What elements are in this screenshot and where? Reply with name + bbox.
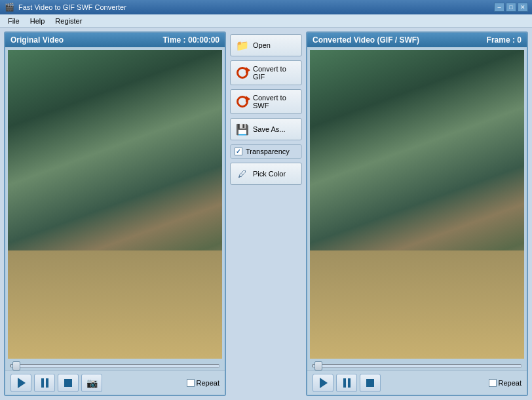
original-video-header: Original Video Time : 00:00:00 — [5, 33, 225, 47]
convert-gif-label: Convert to GIF — [253, 65, 296, 81]
converted-video-inner: Repeat — [307, 47, 527, 395]
play-icon — [18, 378, 26, 388]
window-controls: – □ ✕ — [494, 3, 528, 12]
converted-slider-container — [307, 361, 527, 370]
original-video-area[interactable] — [8, 50, 222, 359]
original-video-time: Time : 00:00:00 — [162, 35, 219, 45]
converted-play-button[interactable] — [313, 374, 333, 392]
original-video-panel: Original Video Time : 00:00:00 — [4, 31, 226, 396]
pause-bar-1 — [41, 378, 44, 388]
title-bar: 🎬 Fast Video to GIF SWF Converter – □ ✕ — [0, 0, 532, 14]
converted-video-area[interactable] — [310, 50, 524, 359]
transparency-checkbox[interactable] — [235, 148, 242, 155]
open-label: Open — [253, 41, 271, 49]
converted-seek-slider[interactable] — [313, 364, 522, 368]
camera-icon: 📷 — [86, 378, 98, 388]
close-button[interactable]: ✕ — [518, 3, 528, 12]
original-controls: 📷 Repeat — [5, 370, 225, 395]
menu-bar: File Help Register — [0, 14, 532, 28]
open-button[interactable]: 📁 Open — [230, 34, 302, 56]
convert-gif-icon — [236, 66, 249, 79]
original-video-title: Original Video — [10, 35, 64, 45]
original-screenshot-button[interactable]: 📷 — [81, 374, 102, 392]
converted-controls: Repeat — [307, 370, 527, 395]
stop-icon-right — [366, 379, 374, 387]
converted-video-title: Converted Video (GIF / SWF) — [313, 35, 419, 45]
converted-repeat-checkbox[interactable] — [489, 379, 497, 387]
converted-video-header: Converted Video (GIF / SWF) Frame : 0 — [307, 33, 527, 47]
folder-icon: 📁 — [236, 39, 249, 52]
converted-repeat-check[interactable]: Repeat — [489, 379, 522, 387]
original-play-button[interactable] — [10, 374, 31, 392]
menu-file[interactable]: File — [3, 16, 25, 26]
save-as-button[interactable]: 💾 Save As... — [230, 118, 302, 140]
original-slider-container — [5, 361, 225, 370]
stop-icon — [64, 379, 72, 387]
convert-gif-button[interactable]: Convert to GIF — [230, 60, 302, 85]
pause-bar-2 — [46, 378, 48, 388]
original-stop-button[interactable] — [58, 374, 79, 392]
eyedropper-icon: 🖊 — [236, 167, 249, 180]
save-as-label: Save As... — [253, 125, 286, 133]
original-seek-slider[interactable] — [10, 364, 219, 368]
original-repeat-checkbox[interactable] — [187, 379, 195, 387]
main-content: Original Video Time : 00:00:00 — [0, 28, 532, 400]
original-pause-button[interactable] — [34, 374, 55, 392]
app-title: Fast Video to GIF SWF Converter — [18, 3, 494, 11]
pause-icon-right — [343, 378, 351, 388]
convert-swf-label: Convert to SWF — [253, 94, 296, 110]
original-video-thumbnail — [8, 50, 222, 359]
pick-color-button[interactable]: 🖊 Pick Color — [230, 163, 302, 185]
middle-panel: 📁 Open Convert to GIF Convert to SWF 💾 — [230, 31, 302, 396]
convert-swf-button[interactable]: Convert to SWF — [230, 89, 302, 114]
transparency-label: Transparency — [246, 148, 290, 155]
app-icon: 🎬 — [4, 2, 14, 12]
play-icon-right — [320, 378, 328, 388]
transparency-section: Transparency — [230, 144, 302, 159]
pick-color-label: Pick Color — [253, 170, 286, 178]
pause-icon — [41, 378, 48, 388]
converted-video-panel: Converted Video (GIF / SWF) Frame : 0 — [306, 31, 528, 396]
converted-video-frame: Frame : 0 — [487, 35, 522, 45]
converted-stop-button[interactable] — [360, 374, 381, 392]
converted-pause-button[interactable] — [336, 374, 357, 392]
convert-swf-icon — [236, 95, 249, 108]
original-slider-thumb[interactable] — [12, 361, 20, 370]
converted-video-thumbnail — [310, 50, 524, 359]
minimize-button[interactable]: – — [494, 3, 504, 12]
original-video-inner: 📷 Repeat — [5, 47, 225, 395]
save-icon: 💾 — [236, 123, 249, 136]
pause-bar-r2 — [348, 378, 351, 388]
converted-repeat-label: Repeat — [499, 379, 522, 387]
pause-bar-r1 — [343, 378, 346, 388]
menu-help[interactable]: Help — [25, 16, 50, 26]
menu-register[interactable]: Register — [50, 16, 87, 26]
converted-slider-thumb[interactable] — [314, 361, 322, 370]
maximize-button[interactable]: □ — [506, 3, 516, 12]
original-repeat-check[interactable]: Repeat — [187, 379, 219, 387]
original-repeat-label: Repeat — [197, 379, 219, 387]
